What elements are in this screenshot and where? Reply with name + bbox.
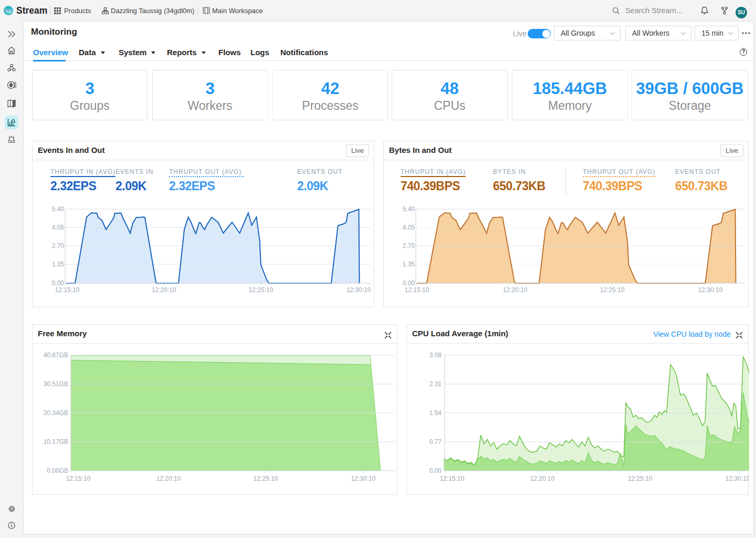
svg-text:12:30:10: 12:30:10 xyxy=(351,475,376,482)
svg-text:12:25:10: 12:25:10 xyxy=(254,475,278,482)
svg-text:12:30:10: 12:30:10 xyxy=(346,286,371,294)
svg-text:12:30:10: 12:30:10 xyxy=(698,286,723,294)
svg-text:0.00GB: 0.00GB xyxy=(47,467,68,474)
svg-text:20.34GB: 20.34GB xyxy=(44,409,68,417)
svg-text:1.54: 1.54 xyxy=(429,409,442,417)
svg-text:0.00: 0.00 xyxy=(52,280,65,287)
svg-text:4.05: 4.05 xyxy=(403,224,415,231)
svg-text:2.31: 2.31 xyxy=(429,380,442,388)
svg-text:30.51GB: 30.51GB xyxy=(44,380,68,388)
svg-text:12:20:10: 12:20:10 xyxy=(503,286,528,294)
svg-text:12:20:10: 12:20:10 xyxy=(156,475,181,482)
svg-text:12:20:10: 12:20:10 xyxy=(530,475,555,482)
svg-text:40.67GB: 40.67GB xyxy=(44,351,68,359)
svg-text:3.08: 3.08 xyxy=(429,351,442,359)
svg-text:4.05: 4.05 xyxy=(52,224,65,231)
svg-text:12:15:10: 12:15:10 xyxy=(440,475,465,482)
svg-text:12:25:10: 12:25:10 xyxy=(600,286,625,294)
svg-text:12:25:10: 12:25:10 xyxy=(628,475,653,482)
svg-text:2.70: 2.70 xyxy=(403,242,415,250)
svg-text:12:25:10: 12:25:10 xyxy=(249,286,274,294)
svg-text:10.17GB: 10.17GB xyxy=(44,438,68,446)
svg-text:0.00: 0.00 xyxy=(403,280,415,287)
svg-text:12:15:10: 12:15:10 xyxy=(405,286,429,294)
svg-text:2.70: 2.70 xyxy=(52,242,65,250)
svg-text:12:30:10: 12:30:10 xyxy=(726,475,749,482)
svg-text:1.35: 1.35 xyxy=(52,261,65,268)
svg-text:5.40: 5.40 xyxy=(403,205,415,213)
svg-text:12:15:10: 12:15:10 xyxy=(66,475,91,482)
svg-text:5.40: 5.40 xyxy=(52,205,65,213)
svg-text:12:20:10: 12:20:10 xyxy=(152,286,176,294)
svg-text:0.00: 0.00 xyxy=(429,467,442,474)
svg-text:12:15:10: 12:15:10 xyxy=(55,286,80,294)
svg-text:1.35: 1.35 xyxy=(403,261,415,268)
svg-text:0.77: 0.77 xyxy=(429,438,442,446)
